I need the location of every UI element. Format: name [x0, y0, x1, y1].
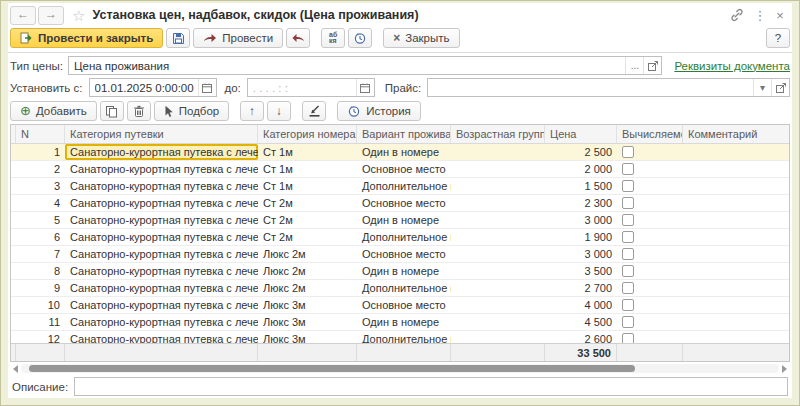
cell-row-number[interactable]: 11 — [16, 314, 65, 330]
table-row[interactable]: 11Санаторно-курортная путевка с лечением… — [11, 314, 789, 331]
price-type-field[interactable]: Цена проживания ... — [68, 56, 662, 75]
cell-age-group[interactable] — [451, 144, 545, 160]
choose-ellipsis-button[interactable]: ... — [625, 57, 643, 74]
pick-button[interactable]: Подбор — [154, 101, 230, 121]
calculated-checkbox[interactable] — [622, 316, 634, 328]
open-price-list-button[interactable] — [771, 79, 789, 96]
to-date-field[interactable]: . . . . : : — [247, 78, 375, 97]
header-age-group[interactable]: Возрастная группа — [451, 125, 545, 143]
nav-forward-button[interactable]: → — [38, 6, 64, 25]
add-row-button[interactable]: ⊕ Добавить — [10, 101, 97, 121]
header-n[interactable]: N — [16, 125, 65, 143]
cell-accommodation-variant[interactable]: Дополнительное место — [357, 331, 451, 343]
horizontal-scrollbar[interactable] — [10, 363, 790, 374]
post-button[interactable]: Провести — [193, 28, 283, 48]
cell-price[interactable]: 1 500 — [545, 178, 617, 194]
cell-row-number[interactable]: 3 — [16, 178, 65, 194]
cell-age-group[interactable] — [451, 212, 545, 228]
cell-category[interactable]: Санаторно-курортная путевка с лечением — [65, 246, 258, 262]
cell-age-group[interactable] — [451, 178, 545, 194]
table-row[interactable]: 9Санаторно-курортная путевка с лечениемЛ… — [11, 280, 789, 297]
cell-room-category[interactable]: Люкс 3м — [258, 331, 357, 343]
cell-category[interactable]: Санаторно-курортная путевка с лечением — [65, 195, 258, 211]
scrollbar-thumb[interactable] — [29, 365, 635, 372]
cell-price[interactable]: 4 000 — [545, 297, 617, 313]
cell-accommodation-variant[interactable]: Дополнительное место — [357, 280, 451, 296]
open-item-button[interactable] — [643, 57, 661, 74]
cell-age-group[interactable] — [451, 263, 545, 279]
move-down-button[interactable]: ↓ — [267, 101, 291, 121]
cell-price[interactable]: 2 300 — [545, 195, 617, 211]
table-row[interactable]: 12Санаторно-курортная путевка с лечением… — [11, 331, 789, 343]
nav-back-button[interactable]: ← — [10, 6, 36, 25]
cell-room-category[interactable]: Ст 1м — [258, 144, 357, 160]
cell-price[interactable]: 3 500 — [545, 263, 617, 279]
dropdown-button[interactable]: ▾ — [753, 79, 771, 96]
cell-accommodation-variant[interactable]: Дополнительное место — [357, 178, 451, 194]
history-button[interactable]: История — [337, 101, 421, 121]
save-button[interactable] — [166, 28, 190, 48]
delete-row-button[interactable] — [127, 101, 151, 121]
cell-price[interactable]: 3 000 — [545, 246, 617, 262]
cell-room-category[interactable]: Ст 1м — [258, 178, 357, 194]
cell-age-group[interactable] — [451, 280, 545, 296]
close-window-icon[interactable]: × — [770, 8, 790, 23]
cell-accommodation-variant[interactable]: Один в номере — [357, 263, 451, 279]
cell-accommodation-variant[interactable]: Один в номере — [357, 144, 451, 160]
cell-comment[interactable] — [683, 229, 789, 245]
cell-age-group[interactable] — [451, 161, 545, 177]
cell-price[interactable]: 2 600 — [545, 331, 617, 343]
scrollbar-track[interactable] — [21, 364, 779, 373]
cell-price[interactable]: 1 900 — [545, 229, 617, 245]
cell-comment[interactable] — [683, 161, 789, 177]
scroll-left-arrow-icon[interactable] — [13, 365, 18, 373]
cell-age-group[interactable] — [451, 297, 545, 313]
cell-row-number[interactable]: 6 — [16, 229, 65, 245]
calculated-checkbox[interactable] — [622, 265, 634, 277]
cell-age-group[interactable] — [451, 331, 545, 343]
calculated-checkbox[interactable] — [622, 299, 634, 311]
header-room-category[interactable]: Категория номера — [258, 125, 357, 143]
cell-price[interactable]: 2 500 — [545, 144, 617, 160]
calculated-checkbox[interactable] — [622, 197, 634, 209]
move-up-button[interactable]: ↑ — [240, 101, 264, 121]
cell-row-number[interactable]: 4 — [16, 195, 65, 211]
cell-comment[interactable] — [683, 195, 789, 211]
cell-accommodation-variant[interactable]: Основное место — [357, 297, 451, 313]
cell-category[interactable]: Санаторно-курортная путевка с лечением — [65, 263, 258, 279]
more-menu-icon[interactable]: ⋮ — [750, 8, 770, 23]
cell-category[interactable]: Санаторно-курортная путевка с лечением — [65, 280, 258, 296]
cell-comment[interactable] — [683, 144, 789, 160]
cell-accommodation-variant[interactable]: Один в номере — [357, 314, 451, 330]
calculated-checkbox[interactable] — [622, 333, 634, 343]
cell-room-category[interactable]: Люкс 3м — [258, 297, 357, 313]
close-button[interactable]: × Закрыть — [383, 28, 459, 48]
table-row[interactable]: 8Санаторно-курортная путевка с лечениемЛ… — [11, 263, 789, 280]
cell-age-group[interactable] — [451, 314, 545, 330]
cell-accommodation-variant[interactable]: Дополнительное место — [357, 229, 451, 245]
cell-row-number[interactable]: 10 — [16, 297, 65, 313]
table-row[interactable]: 4Санаторно-курортная путевка с лечениемС… — [11, 195, 789, 212]
document-details-link[interactable]: Реквизиты документа — [674, 60, 790, 72]
table-row[interactable]: 2Санаторно-курортная путевка с лечениемС… — [11, 161, 789, 178]
header-category[interactable]: Категория путевки — [65, 125, 258, 143]
cell-category[interactable]: Санаторно-курортная путевка с лечением — [65, 161, 258, 177]
cell-row-number[interactable]: 5 — [16, 212, 65, 228]
header-accommodation-variant[interactable]: Вариант проживания — [357, 125, 451, 143]
cell-room-category[interactable]: Ст 1м — [258, 161, 357, 177]
cell-row-number[interactable]: 9 — [16, 280, 65, 296]
get-link-icon[interactable] — [730, 8, 750, 22]
cell-room-category[interactable]: Люкс 2м — [258, 263, 357, 279]
end-edit-button[interactable] — [302, 101, 326, 121]
cell-price[interactable]: 4 500 — [545, 314, 617, 330]
cell-row-number[interactable]: 8 — [16, 263, 65, 279]
cell-accommodation-variant[interactable]: Основное место — [357, 161, 451, 177]
cell-accommodation-variant[interactable]: Основное место — [357, 246, 451, 262]
cell-category[interactable]: Санаторно-курортная путевка с лечением — [65, 314, 258, 330]
cell-accommodation-variant[interactable]: Основное место — [357, 195, 451, 211]
cell-comment[interactable] — [683, 297, 789, 313]
favorite-star-icon[interactable]: ☆ — [72, 8, 85, 23]
calendar-button[interactable] — [198, 79, 216, 96]
cell-room-category[interactable]: Люкс 3м — [258, 314, 357, 330]
calculated-checkbox[interactable] — [622, 231, 634, 243]
